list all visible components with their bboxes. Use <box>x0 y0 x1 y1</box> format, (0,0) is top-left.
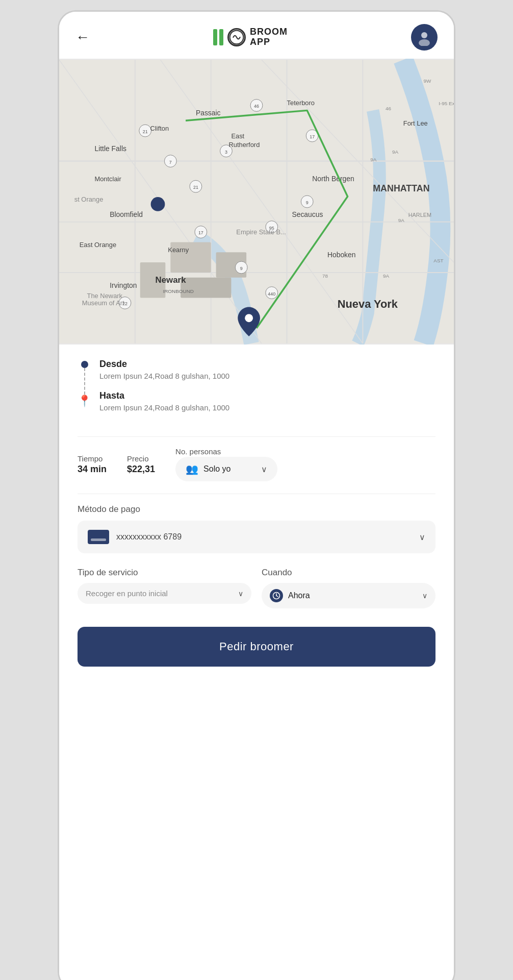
svg-text:North Bergen: North Bergen <box>312 175 354 183</box>
svg-text:7: 7 <box>169 160 172 165</box>
svg-text:Fort Lee: Fort Lee <box>403 119 428 127</box>
svg-text:Museum of Art: Museum of Art <box>82 299 125 307</box>
back-button[interactable]: ← <box>75 29 90 45</box>
svg-text:Hoboken: Hoboken <box>327 251 356 259</box>
svg-text:East: East <box>231 132 244 140</box>
svg-point-2 <box>419 39 430 46</box>
origin-dot-icon <box>81 361 88 368</box>
svg-text:9A: 9A <box>383 273 390 279</box>
logo-bar-2 <box>219 29 223 45</box>
svg-text:Secaucus: Secaucus <box>292 210 323 218</box>
svg-text:Passaic: Passaic <box>196 109 221 117</box>
destination-label: Hasta <box>99 390 435 401</box>
svg-point-1 <box>421 32 427 38</box>
logo-area: BROOM APP <box>213 27 288 47</box>
content-area: 📍 Desde Lorem Ipsun 24,Road 8 gulshan, 1… <box>59 345 454 980</box>
logo-bars-icon <box>213 29 223 45</box>
map-area: 21 46 21 17 3 9 95 9 440 22 7 17 Little … <box>59 59 454 345</box>
svg-point-76 <box>245 314 253 322</box>
route-section: 📍 Desde Lorem Ipsun 24,Road 8 gulshan, 1… <box>78 359 435 422</box>
svg-text:9A: 9A <box>370 157 377 162</box>
origin-label: Desde <box>99 359 435 370</box>
svg-text:I-95 Express: I-95 Express <box>439 101 454 106</box>
svg-text:MANHATTAN: MANHATTAN <box>373 183 429 193</box>
logo-circular-icon <box>227 28 246 46</box>
origin-address: Lorem Ipsun 24,Road 8 gulshan, 1000 <box>99 372 435 380</box>
destination-address: Lorem Ipsun 24,Road 8 gulshan, 1000 <box>99 403 435 412</box>
when-value: Ahora <box>288 591 310 600</box>
when-col: Cuando Ahora ∨ <box>262 568 435 608</box>
svg-text:Nueva York: Nueva York <box>338 298 398 310</box>
svg-text:Clifton: Clifton <box>150 125 169 132</box>
route-details: Desde Lorem Ipsun 24,Road 8 gulshan, 100… <box>99 359 435 422</box>
svg-text:Rutherford: Rutherford <box>228 141 260 149</box>
persons-chevron-icon: ∨ <box>261 464 267 474</box>
when-dropdown[interactable]: Ahora ∨ <box>262 583 435 608</box>
svg-text:Irvington: Irvington <box>110 281 137 289</box>
when-chevron-icon: ∨ <box>422 592 427 600</box>
time-value: 34 min <box>78 464 107 475</box>
svg-text:East Orange: East Orange <box>80 241 116 249</box>
svg-text:9: 9 <box>240 266 243 271</box>
svg-text:HARLEM: HARLEM <box>408 212 431 218</box>
svg-text:78: 78 <box>322 273 328 279</box>
persons-dropdown[interactable]: 👥 Solo yo ∨ <box>175 457 277 481</box>
divider-2 <box>78 494 435 494</box>
svg-text:IRONBOUND: IRONBOUND <box>163 288 194 294</box>
logo-text: BROOM APP <box>250 27 288 47</box>
card-icon <box>88 530 109 544</box>
svg-text:The Newark: The Newark <box>87 292 123 300</box>
svg-text:17: 17 <box>198 230 203 235</box>
request-button[interactable]: Pedir broomer <box>78 627 435 667</box>
when-label: Cuando <box>262 568 435 578</box>
price-info: Precio $22,31 <box>127 454 155 475</box>
svg-text:Bloomfield: Bloomfield <box>110 210 143 218</box>
svg-line-79 <box>276 596 278 597</box>
svg-text:46: 46 <box>386 106 392 111</box>
service-type-label: Tipo de servicio <box>78 568 251 578</box>
svg-text:9: 9 <box>306 200 309 205</box>
route-icons: 📍 <box>78 359 91 408</box>
time-info: Tiempo 34 min <box>78 454 107 475</box>
logo-bar-1 <box>213 29 217 45</box>
svg-text:Montclair: Montclair <box>94 175 121 183</box>
svg-point-75 <box>151 197 165 211</box>
svg-text:9A: 9A <box>398 217 405 223</box>
service-type-dropdown[interactable]: Recoger en punto inicial ∨ <box>78 583 251 604</box>
info-row: Tiempo 34 min Precio $22,31 No. personas… <box>78 447 435 481</box>
svg-text:46: 46 <box>254 104 259 109</box>
clock-icon <box>270 589 283 602</box>
card-number: xxxxxxxxxxx 6789 <box>116 532 412 542</box>
avatar[interactable] <box>411 24 438 51</box>
svg-text:21: 21 <box>143 129 148 134</box>
persons-value: Solo yo <box>203 464 230 474</box>
service-type-chevron-icon: ∨ <box>238 590 243 598</box>
price-value: $22,31 <box>127 464 155 475</box>
svg-text:3: 3 <box>225 150 227 155</box>
svg-text:Kearny: Kearny <box>168 246 189 254</box>
svg-text:17: 17 <box>310 134 315 139</box>
divider-1 <box>78 436 435 437</box>
svg-text:440: 440 <box>268 291 275 297</box>
svg-text:9A: 9A <box>392 149 399 155</box>
service-row: Tipo de servicio Recoger en punto inicia… <box>78 568 435 608</box>
svg-text:st Orange: st Orange <box>74 195 104 203</box>
svg-text:Empire State B...: Empire State B... <box>236 228 286 236</box>
header: ← BROOM APP <box>59 12 454 59</box>
svg-text:Teterboro: Teterboro <box>287 99 315 107</box>
persons-info: No. personas 👥 Solo yo ∨ <box>175 447 277 481</box>
phone-container: ← BROOM APP <box>58 10 455 980</box>
payment-label: Método de pago <box>78 504 435 514</box>
payment-box[interactable]: xxxxxxxxxxx 6789 ∨ <box>78 521 435 553</box>
payment-chevron-icon: ∨ <box>419 532 425 542</box>
service-type-col: Tipo de servicio Recoger en punto inicia… <box>78 568 251 608</box>
destination-pin-icon: 📍 <box>78 395 91 408</box>
service-type-value: Recoger en punto inicial <box>86 589 168 598</box>
persons-label: No. personas <box>175 447 277 456</box>
destination-item: Hasta Lorem Ipsun 24,Road 8 gulshan, 100… <box>99 390 435 412</box>
svg-text:9W: 9W <box>423 78 431 84</box>
svg-text:21: 21 <box>193 185 198 190</box>
people-icon: 👥 <box>186 463 198 475</box>
route-dashed-line <box>84 368 85 395</box>
svg-text:Newark: Newark <box>156 275 187 285</box>
